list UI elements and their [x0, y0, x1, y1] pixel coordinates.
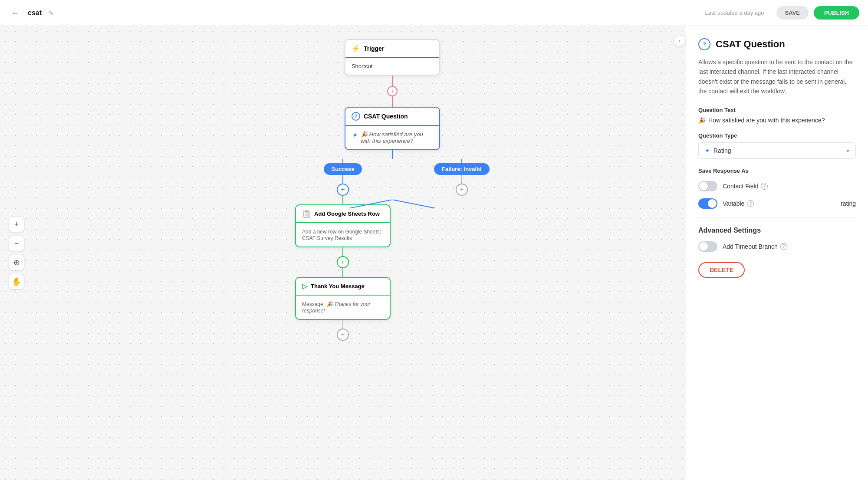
trigger-shortcut: Shortcut — [352, 63, 372, 69]
back-button[interactable]: ← — [9, 5, 23, 20]
csat-node-header: ? CSAT Question — [345, 108, 439, 126]
thankyou-node[interactable]: ▷ Thank You Message Message: 🎉 Thanks fo… — [295, 277, 391, 320]
branch-row: Success + 📋 Add Google Sheets Row Add a … — [295, 159, 490, 341]
contact-field-help-icon[interactable]: ? — [761, 183, 768, 190]
flow-container: ⚡ Trigger Shortcut + ? — [0, 26, 686, 480]
variable-row: Variable ? rating — [698, 198, 856, 209]
variable-label: Variable ? — [723, 200, 754, 207]
sheets-label: Add Google Sheets Row — [314, 210, 380, 217]
trigger-node-header: ⚡ Trigger — [345, 40, 439, 58]
right-panel: ? CSAT Question Allows a specific questi… — [686, 26, 868, 480]
save-button[interactable]: SAVE — [776, 6, 809, 20]
trigger-node-body: Shortcut — [345, 58, 439, 75]
panel-description: Allows a specific question to be sent to… — [698, 57, 856, 96]
connector-trigger-csat: + — [387, 76, 398, 107]
collapse-panel-button[interactable]: › — [674, 35, 686, 47]
workflow-canvas[interactable]: › + − ⊕ ✋ ⚡ Trigger Shortcut — [0, 26, 686, 480]
last-updated-text: Last updated a day ago — [705, 10, 764, 16]
advanced-settings-label: Advanced Settings — [698, 227, 856, 234]
add-node-success-button[interactable]: + — [337, 184, 349, 196]
csat-node-body: ✦ 🎉 How satisfied are you with this expe… — [345, 126, 439, 149]
success-branch: Success + 📋 Add Google Sheets Row Add a … — [295, 159, 391, 341]
timeout-help-icon[interactable]: ? — [780, 243, 787, 250]
thankyou-label: Thank You Message — [311, 283, 365, 289]
trigger-label: Trigger — [364, 45, 384, 52]
thankyou-node-body: Message: 🎉 Thanks for your response! — [296, 296, 390, 319]
failure-badge: Failure: Invalid — [434, 163, 490, 175]
question-text: How satisfied are you with this experien… — [708, 117, 825, 124]
add-node-after-thankyou-button[interactable]: + — [337, 329, 349, 341]
variable-help-icon[interactable]: ? — [747, 200, 754, 207]
failure-branch: Failure: Invalid + — [434, 159, 490, 196]
contact-field-toggle[interactable] — [698, 181, 717, 191]
add-node-button-1[interactable]: + — [387, 86, 398, 96]
csat-question-node[interactable]: ? CSAT Question ✦ 🎉 How satisfied are yo… — [345, 107, 440, 150]
sheets-node-header: 📋 Add Google Sheets Row — [296, 205, 390, 223]
panel-icon: ? — [698, 38, 710, 50]
delete-button[interactable]: DELETE — [698, 262, 745, 278]
trigger-icon: ⚡ — [352, 44, 360, 53]
thankyou-prefix: Message: — [302, 301, 325, 307]
csat-icon: ? — [352, 112, 360, 121]
main-layout: › + − ⊕ ✋ ⚡ Trigger Shortcut — [0, 26, 868, 480]
timeout-toggle[interactable] — [698, 241, 717, 252]
sheets-node-body: Add a new row on Google Sheets: CSAT Sur… — [296, 223, 390, 247]
sheets-icon: 📋 — [302, 210, 311, 218]
chevron-down-icon: ▾ — [846, 147, 849, 154]
branch-connector — [392, 150, 393, 159]
add-node-after-sheets-button[interactable]: + — [337, 256, 349, 268]
variable-value: rating — [841, 200, 856, 207]
contact-field-label: Contact Field ? — [723, 183, 768, 190]
csat-question-text: 🎉 How satisfied are you with this experi… — [361, 131, 433, 144]
panel-title-row: ? CSAT Question — [698, 38, 856, 50]
question-text-icon: 🎉 — [698, 117, 706, 124]
trigger-node[interactable]: ⚡ Trigger Shortcut — [345, 39, 440, 76]
thankyou-icon: ▷ — [302, 282, 307, 290]
panel-divider — [698, 217, 856, 218]
variable-toggle[interactable] — [698, 198, 717, 209]
sheets-description: Add a new row on Google Sheets: CSAT Sur… — [302, 229, 381, 241]
timeout-branch-label: Add Timeout Branch ? — [723, 243, 787, 250]
edit-title-button[interactable]: ✎ — [47, 8, 56, 18]
question-type-label: Question Type — [698, 132, 856, 139]
csat-star-icon: ✦ — [352, 131, 357, 139]
question-type-dropdown[interactable]: ✦ Rating ▾ — [698, 142, 856, 159]
contact-field-row: Contact Field ? — [698, 181, 856, 191]
flow-inner: ⚡ Trigger Shortcut + ? — [295, 39, 490, 341]
panel-title: CSAT Question — [716, 39, 785, 50]
question-text-label: Question Text — [698, 107, 856, 113]
google-sheets-node[interactable]: 📋 Add Google Sheets Row Add a new row on… — [295, 204, 391, 247]
connector-line-1 — [392, 76, 393, 86]
timeout-branch-row: Add Timeout Branch ? — [698, 241, 856, 252]
publish-button[interactable]: PUBLISH — [814, 6, 859, 20]
connector-line-2 — [392, 96, 393, 107]
add-node-failure-button[interactable]: + — [456, 184, 468, 196]
save-response-label: Save Response As — [698, 168, 856, 174]
rating-icon: ✦ — [705, 147, 710, 154]
question-type-value: Rating — [713, 147, 731, 154]
question-text-value: 🎉 How satisfied are you with this experi… — [698, 117, 856, 124]
page-title: csat — [28, 9, 42, 17]
thankyou-node-header: ▷ Thank You Message — [296, 278, 390, 296]
header: ← csat ✎ Last updated a day ago SAVE PUB… — [0, 0, 868, 26]
csat-label: CSAT Question — [364, 113, 408, 120]
success-badge: Success — [324, 163, 362, 175]
